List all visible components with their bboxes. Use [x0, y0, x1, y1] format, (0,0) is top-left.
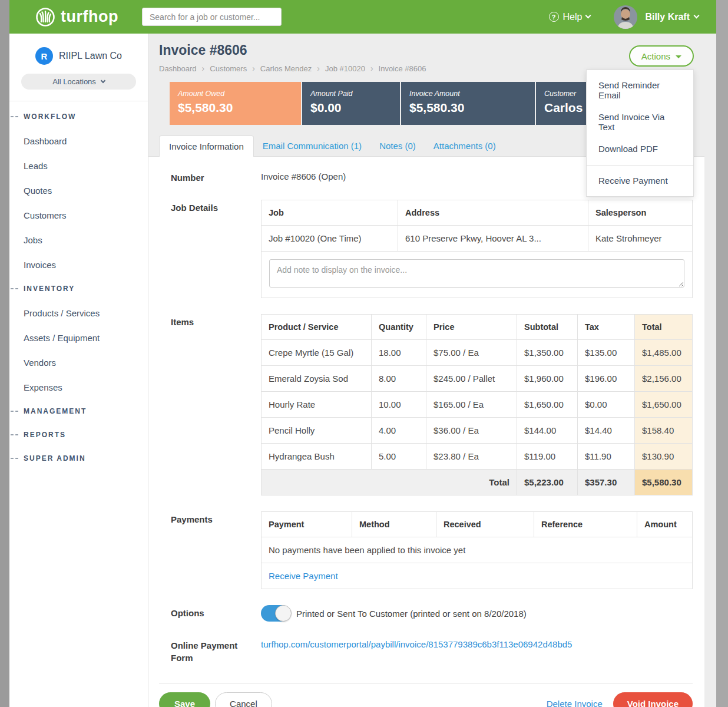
job-details-table-container: JobAddressSalespersonJob #10020 (One Tim…: [261, 200, 693, 252]
column-header-subtotal: Subtotal: [517, 315, 578, 340]
table-cell: $2,156.00: [635, 366, 693, 392]
sidebar-item-products-services[interactable]: Products / Services: [24, 300, 148, 325]
brand-name: turfhop: [61, 8, 118, 26]
nav-section-label: WORKFLOW: [24, 113, 76, 121]
nav-section-super-admin: SUPER ADMIN: [9, 447, 148, 470]
card-label: Amount Owed: [178, 90, 293, 98]
void-invoice-button[interactable]: Void Invoice: [613, 692, 693, 707]
save-button[interactable]: Save: [159, 692, 210, 707]
column-header-salesperson: Salesperson: [588, 200, 693, 226]
help-menu[interactable]: Help: [549, 12, 591, 22]
column-header-quantity: Quantity: [372, 315, 426, 340]
sidebar-item-expenses[interactable]: Expenses: [24, 375, 148, 399]
table-cell: 4.00: [372, 418, 426, 444]
column-header-address: Address: [398, 200, 588, 226]
action-receive-payment[interactable]: Receive Payment: [587, 165, 693, 191]
column-header-method: Method: [352, 512, 436, 537]
column-header-reference: Reference: [534, 512, 637, 537]
table-cell: $14.40: [578, 418, 635, 444]
nav-section-label: INVENTORY: [24, 285, 75, 293]
sidebar-item-customers[interactable]: Customers: [24, 203, 148, 227]
actions-button[interactable]: Actions: [629, 45, 694, 67]
table-row: Job #10020 (One Time)610 Preserve Pkwy, …: [262, 226, 693, 252]
table-cell: 10.00: [372, 392, 426, 418]
summary-card-amount-owed: Amount Owed$5,580.30: [170, 82, 301, 125]
breadcrumb-item-dashboard[interactable]: Dashboard: [159, 64, 197, 73]
table-cell: $1,650.00: [517, 392, 578, 418]
table-cell: 610 Preserve Pkwy, Hoover AL 3...: [398, 226, 588, 252]
header-right-group: Help Billy Kraft: [549, 5, 699, 29]
receive-payment-link[interactable]: Receive Payment: [269, 571, 338, 581]
actions-button-label: Actions: [641, 51, 670, 61]
sidebar-item-invoices[interactable]: Invoices: [24, 252, 148, 277]
window-left-gutter: [0, 0, 9, 707]
turfhop-grass-icon: [35, 7, 55, 27]
sidebar-item-leads[interactable]: Leads: [24, 153, 148, 178]
sidebar-nav: WORKFLOWDashboardLeadsQuotesCustomersJob…: [9, 101, 148, 470]
cancel-button[interactable]: Cancel: [215, 692, 272, 707]
delete-invoice-link[interactable]: Delete Invoice: [547, 699, 603, 707]
sidebar-section-inventory[interactable]: INVENTORY: [9, 277, 148, 300]
nav-section-management: MANAGEMENT: [9, 399, 148, 423]
sidebar-section-workflow[interactable]: WORKFLOW: [9, 105, 148, 128]
breadcrumb-item-invoice-8606[interactable]: Invoice #8606: [379, 64, 426, 73]
breadcrumb-item-carlos-mendez[interactable]: Carlos Mendez: [260, 64, 312, 73]
breadcrumb-item-job-10020[interactable]: Job #10020: [325, 64, 365, 73]
column-header-received: Received: [436, 512, 534, 537]
nav-section-workflow: WORKFLOWDashboardLeadsQuotesCustomersJob…: [9, 105, 148, 277]
breadcrumb-item-customers[interactable]: Customers: [210, 64, 247, 73]
table-cell: $144.00: [517, 418, 578, 444]
actions-dropdown-menu: Send Reminder EmailSend Invoice Via Text…: [586, 70, 694, 197]
tab-notes-0[interactable]: Notes (0): [370, 136, 425, 156]
table-header-row: Product / ServiceQuantityPriceSubtotalTa…: [262, 315, 693, 340]
table-row: Pencil Holly4.00$36.00 / Ea$144.00$14.40…: [262, 418, 693, 444]
items-total-label: Total: [262, 470, 517, 495]
sidebar-item-dashboard[interactable]: Dashboard: [24, 128, 148, 153]
card-value: $5,580.30: [409, 101, 527, 115]
page-title: Invoice #8606: [159, 42, 694, 58]
user-menu[interactable]: Billy Kraft: [645, 12, 699, 22]
tab-attachments-0[interactable]: Attachments (0): [425, 136, 505, 156]
tab-invoice-information[interactable]: Invoice Information: [159, 136, 254, 157]
sidebar-section-management[interactable]: MANAGEMENT: [9, 399, 148, 423]
payments-action-row: Receive Payment: [262, 563, 693, 589]
sidebar-section-super-admin[interactable]: SUPER ADMIN: [9, 447, 148, 470]
items-table-container: Product / ServiceQuantityPriceSubtotalTa…: [261, 314, 693, 495]
search-input[interactable]: [142, 8, 282, 26]
brand-logo[interactable]: turfhop: [35, 7, 118, 27]
table-row: Hydrangea Bush5.00$23.80 / Ea$119.00$11.…: [262, 444, 693, 470]
items-tax-value: $357.30: [578, 470, 635, 495]
avatar-photo: [614, 5, 637, 29]
sidebar-section-reports[interactable]: REPORTS: [9, 423, 148, 447]
location-filter-dropdown[interactable]: All Locations: [21, 74, 136, 90]
action-send-invoice-via-text[interactable]: Send Invoice Via Text: [587, 106, 693, 138]
column-header-price: Price: [426, 315, 517, 340]
caret-down-icon: [676, 55, 681, 58]
user-avatar[interactable]: [614, 5, 637, 29]
table-cell: $1,350.00: [517, 340, 578, 366]
action-send-reminder-email[interactable]: Send Reminder Email: [587, 74, 693, 106]
sidebar-item-assets-equipment[interactable]: Assets / Equipment: [24, 325, 148, 350]
card-label: Invoice Amount: [409, 90, 527, 98]
sidebar-item-jobs[interactable]: Jobs: [24, 227, 148, 252]
company-logo-badge: R: [35, 47, 53, 65]
scrollbar[interactable]: [716, 0, 728, 707]
table-cell: Job #10020 (One Time): [262, 226, 398, 252]
printed-sent-toggle[interactable]: [261, 605, 290, 622]
payments-table: PaymentMethodReceivedReferenceAmountNo p…: [261, 511, 693, 589]
action-download-pdf[interactable]: Download PDF: [587, 138, 693, 160]
job-details-row: Job Details JobAddressSalespersonJob #10…: [159, 200, 693, 298]
table-cell: $130.90: [635, 444, 693, 470]
table-header-row: JobAddressSalesperson: [262, 200, 693, 226]
table-cell: Crepe Myrtle (15 Gal): [262, 340, 372, 366]
table-cell: 18.00: [372, 340, 426, 366]
online-payment-link[interactable]: turfhop.com/customerportal/paybill/invoi…: [261, 637, 572, 649]
column-header-product-service: Product / Service: [262, 315, 372, 340]
tab-email-communication-1[interactable]: Email Communication (1): [254, 136, 370, 156]
company-header: R RIIPL Lawn Co: [9, 34, 148, 65]
sidebar-item-quotes[interactable]: Quotes: [24, 178, 148, 203]
sidebar-item-vendors[interactable]: Vendors: [24, 350, 148, 375]
invoice-note-input[interactable]: [269, 259, 684, 288]
items-row: Items Product / ServiceQuantityPriceSubt…: [159, 314, 693, 495]
table-cell: $23.80 / Ea: [426, 444, 517, 470]
